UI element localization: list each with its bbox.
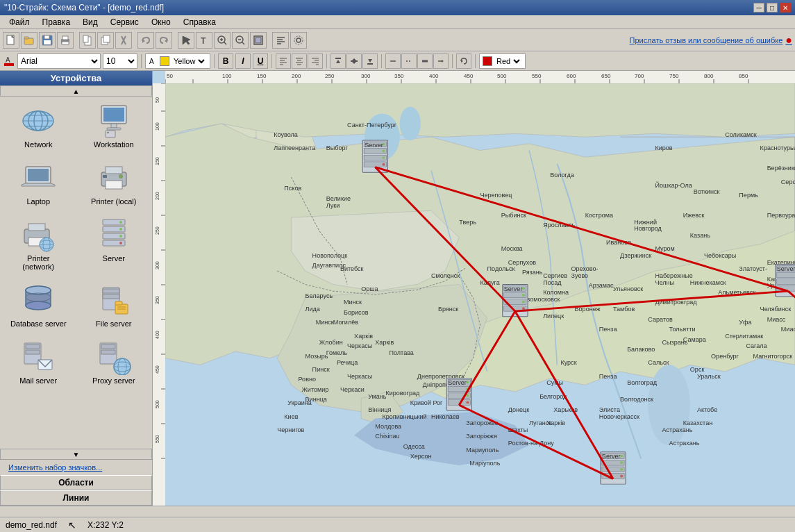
- change-icons-link[interactable]: Изменить набор значков...: [4, 460, 106, 474]
- text-button[interactable]: T: [196, 32, 212, 49]
- device-workstation[interactable]: Workstation: [78, 99, 150, 152]
- align-left-btn[interactable]: [276, 53, 291, 69]
- svg-text:Элиста: Элиста: [599, 406, 620, 413]
- device-database-server[interactable]: Database server: [3, 279, 74, 331]
- scroll-down-arrow[interactable]: ▼: [0, 449, 152, 460]
- new-button[interactable]: [3, 32, 19, 49]
- menu-help[interactable]: Справка: [177, 15, 222, 29]
- zoom-in-button[interactable]: [214, 32, 231, 49]
- svg-text:Сергиев: Сергиев: [543, 272, 567, 279]
- line-style-btn[interactable]: [385, 53, 401, 69]
- proxy-server-icon: [96, 339, 132, 375]
- menu-service[interactable]: Сервис: [104, 15, 145, 29]
- printer-local-label: Printer (local): [91, 197, 136, 206]
- fill-color-picker[interactable]: A Yellow: [145, 53, 210, 69]
- align-center-btn[interactable]: [292, 53, 307, 69]
- line-width-btn[interactable]: [417, 53, 433, 69]
- device-printer-local[interactable]: Printer (local): [78, 156, 150, 209]
- svg-text:Херсон: Херсон: [410, 454, 432, 460]
- valign-bottom-btn[interactable]: [362, 53, 378, 69]
- menu-view[interactable]: Вид: [76, 15, 104, 29]
- svg-text:Речица: Речица: [337, 360, 358, 367]
- line-dashed-btn[interactable]: [401, 53, 417, 69]
- svg-text:Пенза: Пенза: [599, 373, 617, 380]
- svg-text:Орша: Орша: [361, 285, 378, 292]
- svg-point-93: [119, 221, 122, 224]
- align-left-button[interactable]: [272, 32, 289, 49]
- fit-button[interactable]: [250, 32, 267, 49]
- maximize-button[interactable]: □: [767, 3, 778, 13]
- fill-icon: A: [149, 56, 158, 66]
- redo-button[interactable]: [156, 32, 172, 49]
- map-canvas[interactable]: Санкт-Петербург Выборг Коувола Лаппеенра…: [165, 83, 795, 506]
- svg-text:Server: Server: [602, 454, 621, 460]
- svg-point-33: [296, 38, 301, 42]
- svg-text:Чебоксары: Чебоксары: [704, 252, 736, 259]
- svg-text:Кропивницький: Кропивницький: [382, 413, 426, 420]
- size-select[interactable]: 10: [103, 53, 137, 69]
- network-icon: [20, 103, 56, 139]
- svg-text:150: 150: [257, 73, 267, 79]
- reset-btn[interactable]: [456, 53, 471, 69]
- text-color-box: [483, 56, 492, 66]
- svg-point-34: [294, 36, 303, 44]
- menu-file[interactable]: Файл: [3, 15, 36, 29]
- svg-text:Николаев: Николаев: [431, 413, 460, 420]
- valign-top-btn[interactable]: [330, 53, 346, 69]
- svg-text:Новополоцк: Новополоцк: [312, 252, 348, 259]
- horizontal-scrollbar[interactable]: [0, 506, 795, 517]
- svg-point-367: [620, 468, 623, 471]
- svg-text:800: 800: [704, 73, 714, 79]
- fill-color-select[interactable]: Yellow: [171, 56, 207, 66]
- svg-text:Донецк: Донецк: [508, 406, 530, 413]
- svg-text:300: 300: [361, 73, 371, 79]
- font-select[interactable]: Arial: [17, 53, 101, 69]
- valign-middle-btn[interactable]: [346, 53, 362, 69]
- cut-button[interactable]: [115, 32, 132, 49]
- device-mail-server[interactable]: Mail server: [3, 335, 74, 388]
- device-proxy-server[interactable]: Proxy server: [78, 335, 150, 388]
- svg-marker-54: [352, 62, 356, 64]
- svg-text:Псков: Псков: [284, 185, 301, 192]
- device-laptop[interactable]: Laptop: [3, 156, 74, 209]
- close-button[interactable]: ✕: [780, 3, 791, 13]
- svg-text:550: 550: [532, 73, 542, 79]
- svg-line-25: [242, 42, 244, 44]
- line-arrow-btn[interactable]: [433, 53, 449, 69]
- paste-button[interactable]: [79, 32, 96, 49]
- svg-rect-3: [24, 37, 28, 39]
- printer-network-label: Printer(network): [22, 254, 54, 271]
- svg-point-328: [382, 163, 385, 166]
- settings-button[interactable]: [290, 32, 307, 49]
- zoom-out-button[interactable]: [232, 32, 249, 49]
- menu-window[interactable]: Окно: [145, 15, 177, 29]
- svg-rect-71: [111, 124, 117, 128]
- feedback-link[interactable]: Прислать отзыв или сообщение об ошибке ●: [630, 34, 793, 47]
- underline-button[interactable]: U: [253, 53, 268, 69]
- minimize-button[interactable]: ─: [753, 3, 764, 13]
- svg-text:100: 100: [155, 122, 160, 131]
- menu-bar: Файл Правка Вид Сервис Окно Справка: [0, 15, 795, 29]
- map-area[interactable]: 50 100 150 200 250 300 350 400 450 500 5…: [153, 71, 795, 506]
- device-file-server[interactable]: File server: [78, 279, 150, 331]
- italic-button[interactable]: I: [235, 53, 251, 69]
- text-color-picker[interactable]: Red: [479, 53, 526, 69]
- open-button[interactable]: [21, 32, 37, 49]
- text-color-select[interactable]: Red: [494, 56, 522, 66]
- device-server[interactable]: Server: [78, 213, 150, 274]
- device-printer-network[interactable]: Printer(network): [3, 213, 74, 274]
- device-network[interactable]: Network: [3, 99, 74, 152]
- undo-button[interactable]: [137, 32, 154, 49]
- scroll-up-arrow[interactable]: ▲: [0, 85, 152, 97]
- print-button[interactable]: [57, 32, 74, 49]
- save-button[interactable]: [39, 32, 56, 49]
- copy-button[interactable]: [97, 32, 114, 49]
- align-right-btn[interactable]: [308, 53, 323, 69]
- menu-edit[interactable]: Правка: [36, 15, 77, 29]
- lines-button[interactable]: Линии: [0, 490, 152, 506]
- areas-button[interactable]: Области: [0, 475, 152, 490]
- svg-rect-80: [103, 175, 107, 178]
- select-button[interactable]: [178, 32, 194, 49]
- bold-button[interactable]: B: [218, 53, 233, 69]
- svg-text:Оренбург: Оренбург: [711, 353, 739, 360]
